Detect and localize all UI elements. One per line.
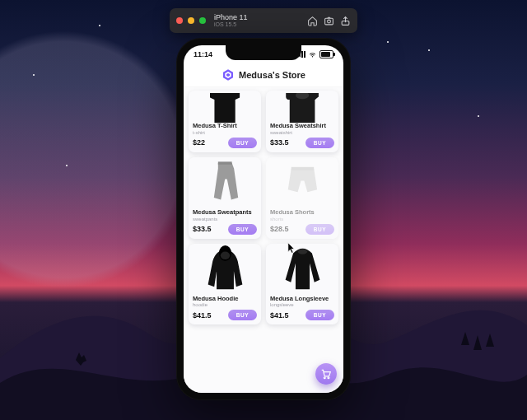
product-card[interactable]: Medusa Shorts shorts $28.5 BUY [266, 157, 338, 239]
product-price: $33.5 [270, 138, 289, 147]
star-decor [33, 74, 35, 76]
product-price: $41.5 [270, 311, 289, 320]
simulator-os: iOS 15.5 [214, 21, 248, 27]
buy-button[interactable]: BUY [305, 224, 334, 235]
product-scroll-area[interactable]: Medusa T-Shirt t-shirt $22 BUY Medusa Sw… [184, 87, 343, 393]
svg-rect-8 [291, 167, 313, 170]
wifi-icon [308, 51, 317, 58]
buy-button[interactable]: BUY [228, 310, 257, 320]
svg-point-10 [297, 250, 306, 254]
mouse-cursor [287, 242, 296, 254]
product-image [189, 245, 261, 296]
product-card[interactable]: Medusa T-Shirt t-shirt $22 BUY [189, 91, 261, 152]
product-name: Medusa Sweatpants [189, 209, 261, 216]
product-grid: Medusa T-Shirt t-shirt $22 BUY Medusa Sw… [184, 87, 343, 329]
svg-point-12 [328, 377, 329, 379]
device-notch [226, 45, 301, 60]
star-decor [478, 115, 479, 117]
product-price: $22 [193, 138, 205, 147]
svg-point-11 [324, 377, 325, 379]
buy-button[interactable]: BUY [305, 138, 334, 148]
svg-point-9 [220, 252, 229, 259]
device-screen: 11:14 Medusa's Store [184, 45, 343, 393]
product-name: Medusa Sweatshirt [266, 123, 338, 129]
app-root: Medusa's Store Medusa T-Shirt t-shirt $2… [184, 63, 343, 393]
status-time: 11:14 [194, 50, 212, 58]
window-close-dot[interactable] [176, 17, 183, 24]
product-card[interactable]: Medusa Longsleeve longsleeve $41.5 BUY [266, 244, 338, 325]
screenshot-icon[interactable] [323, 15, 334, 26]
product-image [189, 91, 261, 123]
simulator-title: iPhone 11 iOS 15.5 [214, 14, 248, 28]
share-icon[interactable] [339, 15, 351, 26]
cart-fab[interactable] [315, 363, 337, 385]
cart-icon [320, 368, 332, 380]
iphone-frame: 11:14 Medusa's Store [176, 38, 351, 400]
app-header: Medusa's Store [184, 63, 343, 87]
star-decor [428, 49, 430, 51]
product-card[interactable]: Medusa Hoodie hoodie $41.5 BUY [189, 244, 261, 325]
buy-button[interactable]: BUY [228, 138, 257, 148]
product-image [266, 158, 338, 209]
window-zoom-dot[interactable] [199, 17, 206, 24]
product-name: Medusa Shorts [266, 209, 338, 216]
product-image [189, 158, 261, 209]
app-title: Medusa's Store [239, 70, 305, 80]
star-decor [99, 25, 100, 26]
simulator-toolbar[interactable]: iPhone 11 iOS 15.5 [170, 8, 357, 33]
home-icon[interactable] [306, 15, 318, 26]
star-decor [66, 165, 68, 166]
window-minimize-dot[interactable] [188, 17, 194, 24]
product-image [266, 91, 338, 123]
product-name: Medusa T-Shirt [189, 123, 261, 129]
svg-rect-7 [218, 162, 232, 165]
product-card[interactable]: Medusa Sweatpants sweatpants $33.5 BUY [189, 157, 261, 239]
simulator-device: iPhone 11 [214, 14, 248, 21]
battery-icon [319, 50, 333, 58]
product-name: Medusa Longsleeve [266, 296, 338, 302]
product-name: Medusa Hoodie [189, 296, 261, 302]
product-image [266, 245, 338, 296]
svg-point-1 [327, 20, 330, 23]
star-decor [387, 41, 389, 43]
brand-logo-icon [222, 68, 235, 82]
buy-button[interactable]: BUY [228, 224, 257, 235]
product-price: $33.5 [193, 225, 212, 233]
product-price: $28.5 [270, 225, 289, 233]
product-card[interactable]: Medusa Sweatshirt sweatshirt $33.5 BUY [266, 91, 338, 152]
svg-rect-0 [324, 18, 333, 25]
buy-button[interactable]: BUY [305, 310, 334, 320]
product-price: $41.5 [193, 311, 212, 320]
